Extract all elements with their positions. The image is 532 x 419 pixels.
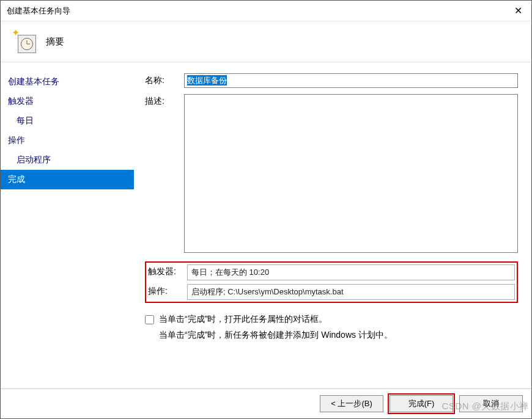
- wizard-window: 创建基本任务向导 ✕ ✦ 摘要 创建基本任务 触发器 每日 操作 启动程序 完成…: [0, 0, 532, 419]
- sidebar-item-label: 创建基本任务: [8, 76, 59, 86]
- desc-row: 描述:: [145, 94, 518, 253]
- cancel-button[interactable]: 取消: [459, 395, 523, 412]
- sidebar-item-label: 触发器: [8, 96, 34, 106]
- wizard-header: ✦ 摘要: [1, 21, 531, 62]
- trigger-value: 每日；在每天的 10:20: [187, 264, 515, 280]
- close-button[interactable]: ✕: [504, 1, 531, 21]
- sidebar-item-label: 启动程序: [17, 155, 51, 164]
- wizard-icon: ✦: [13, 30, 36, 53]
- clock-icon: [18, 35, 36, 53]
- desc-label: 描述:: [145, 94, 184, 107]
- name-input[interactable]: 数据库备份: [184, 73, 518, 88]
- close-icon: ✕: [514, 5, 522, 16]
- wizard-body: 创建基本任务 触发器 每日 操作 启动程序 完成 名称: 数据库备份 描述: 触…: [1, 62, 531, 388]
- sidebar-item-label: 每日: [17, 115, 34, 125]
- titlebar: 创建基本任务向导 ✕: [1, 1, 531, 21]
- open-properties-checkbox[interactable]: [145, 315, 154, 324]
- name-input-value: 数据库备份: [187, 75, 227, 86]
- name-row: 名称: 数据库备份: [145, 73, 518, 88]
- sidebar-item-create-task[interactable]: 创建基本任务: [1, 72, 134, 92]
- action-label: 操作:: [148, 284, 187, 297]
- sidebar-item-daily[interactable]: 每日: [1, 111, 134, 131]
- sidebar-item-finish[interactable]: 完成: [1, 170, 134, 189]
- trigger-row: 触发器: 每日；在每天的 10:20: [148, 264, 515, 280]
- wizard-footer: < 上一步(B) 完成(F) 取消 CSDN @大数据小禅: [1, 388, 531, 418]
- back-button[interactable]: < 上一步(B): [320, 395, 383, 412]
- window-title: 创建基本任务向导: [7, 5, 70, 16]
- trigger-label: 触发器:: [148, 264, 187, 277]
- sidebar-item-action[interactable]: 操作: [1, 131, 134, 150]
- action-row: 操作: 启动程序; C:\Users\ym\Desktop\mytask.bat: [148, 284, 515, 300]
- page-title: 摘要: [46, 36, 64, 48]
- sidebar-item-label: 操作: [8, 135, 25, 145]
- finish-note: 当单击“完成”时，新任务将被创建并添加到 Windows 计划中。: [159, 330, 518, 341]
- sidebar-item-start-program[interactable]: 启动程序: [1, 150, 134, 170]
- action-value: 启动程序; C:\Users\ym\Desktop\mytask.bat: [187, 284, 515, 300]
- summary-highlight-box: 触发器: 每日；在每天的 10:20 操作: 启动程序; C:\Users\ym…: [145, 261, 518, 303]
- wizard-main: 名称: 数据库备份 描述: 触发器: 每日；在每天的 10:20 操作: 启动程…: [134, 62, 531, 388]
- sparkle-icon: ✦: [12, 29, 20, 37]
- name-label: 名称:: [145, 73, 184, 86]
- desc-textarea[interactable]: [184, 94, 518, 253]
- sidebar-item-label: 完成: [8, 174, 25, 184]
- wizard-sidebar: 创建基本任务 触发器 每日 操作 启动程序 完成: [1, 62, 134, 388]
- open-properties-label: 当单击“完成”时，打开此任务属性的对话框。: [159, 314, 327, 325]
- open-properties-row: 当单击“完成”时，打开此任务属性的对话框。: [145, 314, 518, 325]
- sidebar-item-trigger[interactable]: 触发器: [1, 92, 134, 111]
- finish-button[interactable]: 完成(F): [390, 395, 453, 412]
